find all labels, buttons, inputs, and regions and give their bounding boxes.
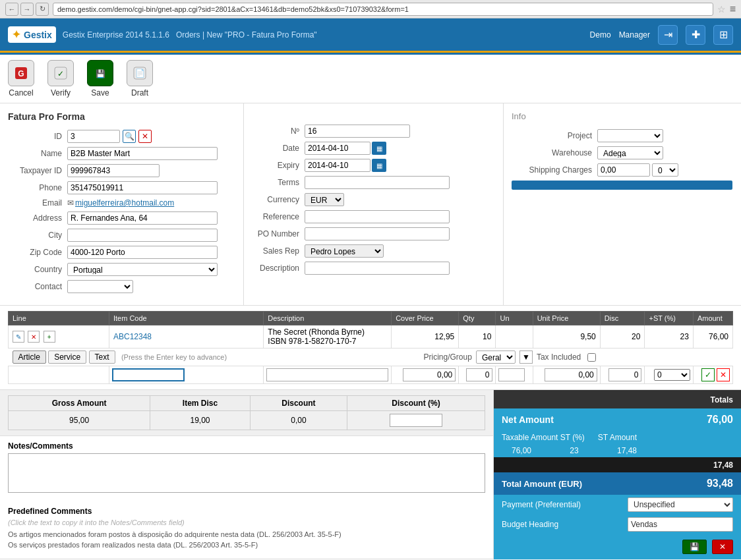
input-desc-cell	[264, 366, 392, 384]
save-button[interactable]: 💾 Save	[87, 60, 113, 98]
text-btn[interactable]: Text	[89, 350, 115, 364]
pricing-group-select[interactable]: Geral	[476, 350, 516, 364]
po-input[interactable]	[305, 227, 450, 240]
service-btn[interactable]: Service	[48, 350, 86, 364]
project-select[interactable]	[597, 129, 663, 142]
name-row: Name	[8, 147, 235, 160]
manager-link[interactable]: Manager	[619, 30, 650, 40]
name-input[interactable]	[67, 147, 218, 160]
back-btn[interactable]: ←	[5, 3, 18, 16]
shipping-input[interactable]	[597, 163, 650, 177]
id-clear-btn[interactable]: ✕	[138, 130, 152, 143]
n-label: Nº	[252, 126, 305, 136]
subtotal-row: 17,48	[494, 457, 741, 472]
menu-icon[interactable]: ≡	[730, 3, 736, 15]
grid-btn[interactable]: ⊞	[713, 25, 733, 45]
terms-input[interactable]	[305, 176, 450, 189]
sales-rep-label: Sales Rep	[252, 246, 305, 256]
id-input[interactable]	[67, 130, 120, 143]
forward-btn[interactable]: →	[20, 3, 34, 16]
line-add-btn[interactable]: +	[44, 331, 55, 343]
verify-label: Verify	[51, 88, 71, 98]
input-cover-price[interactable]	[403, 368, 456, 381]
tax-included-checkbox[interactable]	[587, 353, 596, 362]
st-header-row: Taxable Amount ST (%) ST Amount	[494, 431, 741, 444]
address-input[interactable]	[67, 211, 218, 225]
new-btn[interactable]: ✚	[686, 25, 705, 45]
contact-label: Contact	[8, 282, 67, 291]
cancel-button[interactable]: G Cancel	[8, 60, 34, 98]
input-confirm-btn[interactable]: ✓	[701, 368, 715, 381]
id-row: ID 🔍 ✕	[8, 130, 235, 143]
th-un: Un	[496, 312, 533, 325]
input-disc[interactable]	[608, 368, 641, 381]
bottom-cancel-btn[interactable]: ✕	[712, 540, 733, 554]
svg-text:G: G	[18, 69, 24, 78]
country-select[interactable]: Portugal	[67, 263, 218, 276]
currency-select[interactable]: EUR	[305, 193, 344, 206]
sales-rep-select[interactable]: Pedro Lopes	[305, 244, 384, 258]
input-qty[interactable]	[466, 368, 492, 381]
date-input[interactable]	[305, 142, 370, 155]
reference-input[interactable]	[305, 210, 450, 223]
line-edit-btn[interactable]: ✎	[13, 331, 24, 343]
table-row: ✎ ✕ + ABC12348 The Secret (Rhonda Byrne)…	[9, 325, 733, 349]
expiry-cal-btn[interactable]: ▦	[372, 159, 386, 172]
phone-input[interactable]	[67, 181, 218, 194]
draft-button[interactable]: 📄 Draft	[127, 60, 153, 98]
input-desc[interactable]	[266, 368, 388, 381]
verify-button[interactable]: ✓ Verify	[47, 60, 74, 98]
line-actions: ✎ ✕ +	[9, 325, 109, 349]
taxpayer-input[interactable]	[67, 164, 160, 177]
cancel-label: Cancel	[9, 88, 33, 98]
contact-select[interactable]	[67, 280, 133, 293]
input-unit-price[interactable]	[545, 368, 597, 381]
predefined-item-1[interactable]: Os artigos mencionados foram postos à di…	[8, 530, 485, 538]
notes-textarea[interactable]	[8, 453, 485, 493]
warehouse-select[interactable]: Adega	[597, 146, 663, 159]
id-search-btn[interactable]: 🔍	[123, 130, 136, 143]
input-st-select[interactable]: 0	[654, 369, 690, 381]
pricing-arrow-btn[interactable]: ▼	[519, 350, 533, 364]
line-del-btn[interactable]: ✕	[28, 331, 40, 343]
pricing-row: Pricing/Group Geral ▼ Tax Included	[268, 350, 596, 364]
shipping-option-select[interactable]: 0	[652, 163, 678, 177]
progress-bar	[512, 181, 732, 190]
pricing-cell: Pricing/Group Geral ▼ Tax Included	[264, 349, 600, 366]
gross-amount-value: 95,00	[9, 411, 150, 430]
discount-pct-input[interactable]	[390, 414, 442, 427]
input-item-code[interactable]	[112, 368, 185, 381]
budget-input[interactable]	[628, 517, 733, 532]
input-un-cell	[496, 366, 533, 384]
total-amount-row: Total Amount (EUR) 93,48	[494, 472, 741, 495]
input-action-cell: ✓ ✕	[693, 366, 732, 384]
refresh-btn[interactable]: ↻	[36, 3, 49, 16]
totals-area: Totals Net Amount 76,00 Taxable Amount S…	[494, 390, 741, 559]
date-cal-btn[interactable]: ▦	[372, 142, 386, 155]
right-panel: Info Project Warehouse Adega Shipping Ch…	[504, 103, 741, 305]
lower-section: Gross Amount Item Disc Discount Discount…	[0, 389, 741, 559]
input-cancel-btn[interactable]: ✕	[717, 368, 730, 381]
input-line-num	[9, 366, 109, 384]
app-logo: ✦ Gestix	[8, 26, 56, 43]
n-input[interactable]	[305, 125, 410, 138]
demo-link[interactable]: Demo	[590, 30, 611, 40]
input-un[interactable]	[498, 368, 525, 381]
save-icon: 💾	[87, 60, 113, 86]
line-unit-price: 9,50	[533, 325, 600, 349]
zipcode-input[interactable]	[67, 246, 218, 259]
description-input[interactable]	[305, 262, 450, 275]
payment-select[interactable]: Unspecified	[628, 497, 733, 512]
city-input[interactable]	[67, 229, 218, 242]
predefined-item-2[interactable]: Os serviços prestados foram realizados n…	[8, 541, 485, 549]
url-bar[interactable]	[53, 3, 713, 16]
email-link[interactable]: miguelferreira@hotmail.com	[75, 198, 174, 208]
project-row: Project	[512, 129, 733, 142]
logout-btn[interactable]: ⇥	[658, 25, 678, 45]
article-btn[interactable]: Article	[13, 350, 46, 364]
bottom-save-btn[interactable]: 💾	[682, 540, 707, 554]
expiry-input[interactable]	[305, 159, 370, 172]
item-code-link[interactable]: ABC12348	[113, 332, 152, 341]
line-st: 23	[645, 325, 693, 349]
browser-nav[interactable]: ← → ↻	[5, 3, 49, 16]
